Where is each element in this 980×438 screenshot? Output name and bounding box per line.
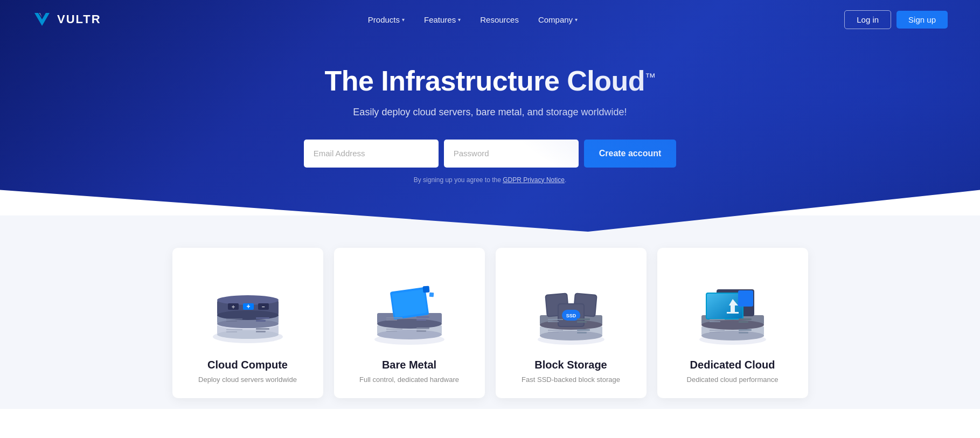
svg-rect-37 [429, 293, 434, 297]
password-input[interactable] [444, 140, 579, 168]
card-desc-dedicated: Dedicated cloud performance [687, 374, 779, 385]
navbar-actions: Log in Sign up [844, 10, 948, 29]
svg-rect-26 [256, 331, 266, 332]
brand-name: VULTR [57, 12, 101, 26]
chevron-down-icon: ▾ [575, 17, 578, 23]
card-title-compute: Cloud Compute [207, 359, 288, 371]
svg-rect-41 [416, 319, 426, 321]
svg-rect-83 [738, 290, 753, 307]
svg-text:÷: ÷ [232, 304, 235, 310]
svg-rect-23 [256, 317, 269, 319]
svg-rect-82 [727, 312, 739, 314]
hero-subtitle: Easily deploy cloud servers, bare metal,… [353, 107, 627, 118]
card-bare-metal[interactable]: Bare Metal Full control, dedicated hardw… [334, 248, 485, 398]
svg-rect-67 [577, 329, 590, 331]
hero-title: The Infrastructure Cloud™ [324, 65, 655, 97]
nav-items: Products ▾ Features ▾ Resources Company … [360, 11, 585, 29]
svg-rect-36 [422, 286, 429, 293]
card-dedicated-cloud[interactable]: Dedicated Cloud Dedicated cloud performa… [657, 248, 808, 398]
create-account-button[interactable]: Create account [584, 140, 677, 168]
svg-rect-64 [577, 321, 587, 323]
svg-text:SSD: SSD [566, 313, 576, 318]
svg-rect-68 [577, 332, 587, 333]
nav-features[interactable]: Features ▾ [416, 11, 468, 29]
card-icon-dedicated [684, 264, 781, 350]
card-block-storage[interactable]: SSD Block Storage Fast SSD-backed block … [496, 248, 647, 398]
card-desc-baremetal: Full control, dedicated hardware [359, 374, 459, 385]
card-icon-storage: SSD [523, 264, 620, 350]
card-icon-baremetal [361, 264, 458, 350]
chevron-down-icon: ▾ [458, 17, 461, 23]
svg-rect-87 [739, 321, 748, 323]
svg-rect-44 [416, 328, 429, 329]
svg-rect-24 [256, 320, 266, 322]
card-title-baremetal: Bare Metal [382, 359, 436, 371]
login-button[interactable]: Log in [844, 10, 891, 29]
email-input[interactable] [304, 140, 439, 168]
svg-rect-45 [416, 330, 426, 332]
svg-marker-0 [34, 13, 50, 26]
navbar: VULTR Products ▾ Features ▾ Resources Co… [0, 0, 980, 39]
card-desc-compute: Deploy cloud servers worldwide [198, 374, 297, 385]
svg-rect-90 [739, 329, 752, 331]
svg-rect-40 [416, 316, 429, 318]
svg-rect-25 [256, 328, 269, 330]
nav-company[interactable]: Company ▾ [531, 11, 585, 29]
signup-form: Create account [304, 140, 677, 168]
nav-products[interactable]: Products ▾ [360, 11, 412, 29]
svg-text:−: − [262, 304, 265, 310]
svg-rect-35 [392, 289, 427, 317]
logo[interactable]: VULTR [32, 10, 101, 29]
svg-rect-63 [577, 318, 590, 320]
card-title-dedicated: Dedicated Cloud [690, 359, 775, 371]
legal-text: By signing up you agree to the GDPR Priv… [414, 176, 567, 184]
card-icon-compute: ÷ + − [199, 264, 296, 350]
vultr-logo-icon [32, 10, 52, 29]
svg-rect-81 [731, 305, 735, 312]
signup-button[interactable]: Sign up [896, 11, 948, 29]
svg-rect-79 [707, 294, 742, 318]
card-cloud-compute[interactable]: ÷ + − Cloud Compute Deploy cloud servers… [172, 248, 323, 398]
svg-rect-91 [739, 332, 748, 333]
svg-text:+: + [246, 303, 250, 310]
gdpr-link[interactable]: GDPR Privacy Notice [503, 176, 565, 184]
card-title-storage: Block Storage [534, 359, 607, 371]
nav-resources[interactable]: Resources [472, 11, 526, 29]
product-cards-section: ÷ + − Cloud Compute Deploy cloud servers… [0, 215, 980, 409]
card-desc-storage: Fast SSD-backed block storage [522, 374, 620, 385]
svg-rect-86 [739, 318, 752, 320]
chevron-down-icon: ▾ [402, 17, 405, 23]
